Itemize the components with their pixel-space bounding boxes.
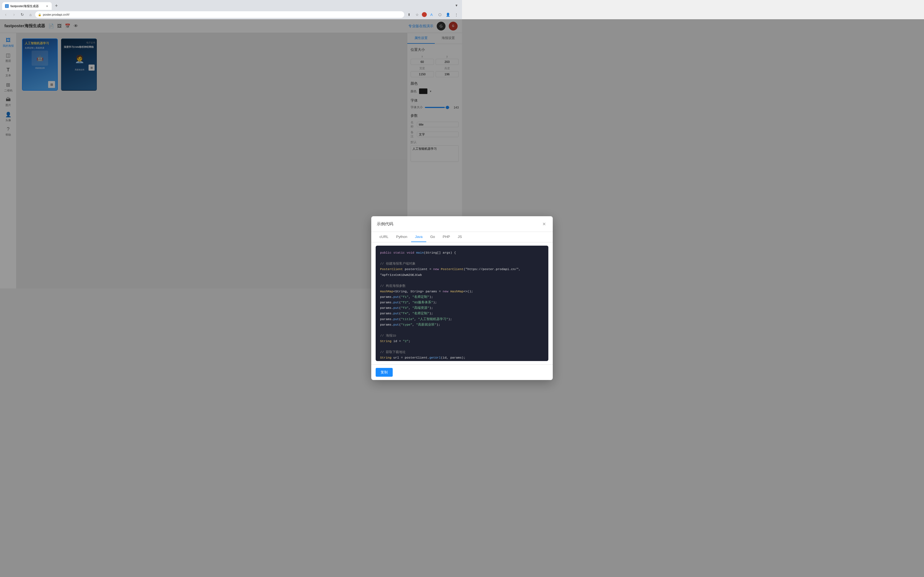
- modal: 示例代码 ✕ cURL Python Java Go PHP JS public…: [371, 216, 462, 288]
- extensions-icon[interactable]: ⬡: [436, 11, 443, 18]
- code-tab-java[interactable]: Java: [411, 232, 426, 242]
- home-button[interactable]: ⌂: [27, 11, 34, 18]
- tab-menu-icon[interactable]: ▼: [453, 2, 460, 9]
- address-bar[interactable]: 🔒 poster.prodapi.cn/#/: [35, 11, 404, 18]
- code-tab-go[interactable]: Go: [426, 232, 439, 242]
- red-circle-icon: [422, 12, 427, 17]
- code-line-blank-2: [380, 278, 462, 283]
- tab-close-icon[interactable]: ✕: [45, 4, 49, 8]
- code-tab-curl[interactable]: cURL: [376, 232, 393, 242]
- code-line-comment-1: // 创建海报客户端对象: [380, 261, 462, 266]
- modal-header: 示例代码 ✕: [371, 216, 462, 232]
- code-tab-python[interactable]: Python: [393, 232, 411, 242]
- back-button[interactable]: ‹: [2, 11, 9, 18]
- profile-icon[interactable]: 👤: [444, 11, 452, 18]
- forward-button[interactable]: ›: [10, 11, 18, 18]
- tab-title: fastposter海报生成器: [10, 4, 44, 8]
- tab-bar: f fastposter海报生成器 ✕ + ▼: [0, 0, 462, 10]
- modal-overlay: 示例代码 ✕ cURL Python Java Go PHP JS public…: [0, 19, 462, 288]
- modal-title: 示例代码: [377, 221, 393, 227]
- nav-bar: ‹ › ↻ ⌂ 🔒 poster.prodapi.cn/#/ ⬆ ☆ A ⬡ 👤…: [0, 10, 462, 19]
- lock-icon: 🔒: [38, 13, 41, 16]
- code-tab-js[interactable]: JS: [454, 232, 462, 242]
- code-block: public static void main(String[] args) {…: [376, 246, 462, 288]
- url-text: poster.prodapi.cn/#/: [43, 13, 69, 16]
- reload-button[interactable]: ↻: [19, 11, 26, 18]
- code-line-1: public static void main(String[] args) {: [380, 250, 462, 256]
- code-line-3: PosterClient posterClient = new PosterCl…: [380, 266, 462, 277]
- bookmark-icon[interactable]: ☆: [414, 11, 421, 18]
- code-tab-php[interactable]: PHP: [439, 232, 454, 242]
- browser-tab-active[interactable]: f fastposter海报生成器 ✕: [2, 2, 52, 10]
- translate-icon[interactable]: A: [428, 11, 435, 18]
- code-line-comment-2: // 构造海报参数: [380, 283, 462, 288]
- browser-chrome: f fastposter海报生成器 ✕ + ▼ ‹ › ↻ ⌂ 🔒 poster…: [0, 0, 462, 19]
- menu-icon[interactable]: ⋮: [453, 11, 460, 18]
- new-tab-button[interactable]: +: [53, 2, 60, 9]
- code-line-blank-1: [380, 256, 462, 261]
- tab-favicon: f: [5, 4, 9, 8]
- code-tabs: cURL Python Java Go PHP JS: [371, 232, 462, 242]
- share-icon[interactable]: ⬆: [405, 11, 412, 18]
